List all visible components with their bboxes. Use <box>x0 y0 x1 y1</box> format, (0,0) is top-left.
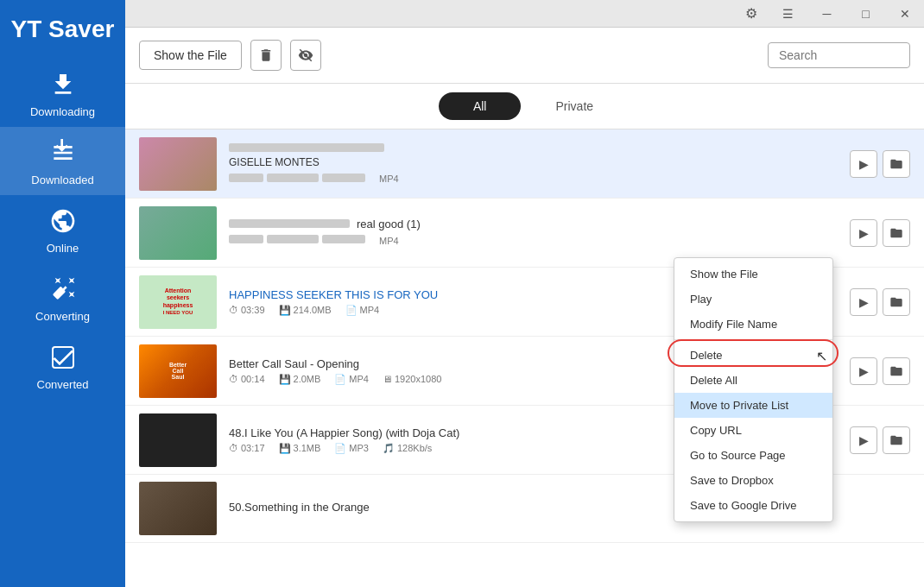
thumbnail: AttentionseekershappinessI NEED YOU <box>139 275 217 329</box>
play-button[interactable]: ▶ <box>850 288 877 316</box>
settings-button[interactable] <box>290 40 321 71</box>
meta-duration: ⏱03:39 <box>229 305 265 315</box>
thumbnail <box>139 137 217 191</box>
meta-duration: ⏱00:14 <box>229 374 265 384</box>
ctx-copy-url[interactable]: Copy URL <box>674 418 832 443</box>
sidebar-label-converting: Converting <box>35 310 90 323</box>
sidebar-label-converted: Converted <box>37 378 89 391</box>
sidebar-label-downloading: Downloading <box>30 105 95 118</box>
meta-blurred-2 <box>267 235 319 243</box>
download-icon <box>46 67 80 102</box>
item-meta: MP4 <box>229 172 841 186</box>
converting-icon <box>46 272 80 306</box>
sidebar-label-downloaded: Downloaded <box>31 174 93 186</box>
show-file-button[interactable]: Show the File <box>139 41 242 70</box>
ctx-save-dropbox[interactable]: Save to Dropbox <box>674 468 832 493</box>
item-title-suffix: real good (1) <box>357 218 421 230</box>
play-button[interactable]: ▶ <box>850 426 877 454</box>
gear-button[interactable]: ⚙ <box>737 0 765 28</box>
ctx-delete-all[interactable]: Delete All <box>674 368 832 393</box>
tab-all[interactable]: All <box>439 92 522 120</box>
tab-private[interactable]: Private <box>538 92 611 120</box>
item-author: GISELLE MONTES <box>229 156 841 168</box>
app-title: YT Saver <box>0 0 125 59</box>
meta-format: 📄MP4 <box>334 374 369 385</box>
item-info: real good (1) MP4 <box>229 218 841 248</box>
close-button[interactable]: ✕ <box>885 0 924 28</box>
ctx-show-file[interactable]: Show the File <box>674 262 832 287</box>
meta-blurred-2 <box>267 174 319 182</box>
meta-blurred <box>229 235 263 243</box>
item-actions: ▶ <box>850 288 910 316</box>
list-item: GISELLE MONTES MP4 ▶ <box>125 129 924 199</box>
main-content: ⚙ ☰ ─ □ ✕ Show the File All Private <box>125 0 924 587</box>
thumb-text: AttentionseekershappinessI NEED YOU <box>160 284 197 320</box>
meta-duration: ⏱03:17 <box>229 443 265 453</box>
context-menu: Show the File Play Modify File Name Dele… <box>674 257 833 522</box>
thumbnail <box>139 206 217 260</box>
menu-button[interactable]: ☰ <box>769 0 807 28</box>
search-input[interactable] <box>768 42 910 68</box>
meta-size: 💾2.0MB <box>279 374 321 385</box>
ctx-delete[interactable]: Delete <box>674 343 832 368</box>
item-actions: ▶ <box>850 426 910 454</box>
sidebar-item-downloading[interactable]: Downloading <box>0 59 125 127</box>
title-blurred <box>229 219 350 228</box>
ctx-modify-name[interactable]: Modify File Name <box>674 312 832 337</box>
item-format: MP4 <box>379 174 399 184</box>
folder-button[interactable] <box>883 288 910 316</box>
item-info: GISELLE MONTES MP4 <box>229 142 841 186</box>
ctx-save-gdrive[interactable]: Save to Google Drive <box>674 493 832 518</box>
meta-bitrate: 🎵128Kb/s <box>383 443 432 454</box>
item-actions: ▶ <box>850 357 910 385</box>
title-blurred <box>229 143 384 152</box>
sidebar-item-online[interactable]: Online <box>0 195 125 263</box>
thumb-text: BetterCallSaul <box>169 362 187 380</box>
content-list: GISELLE MONTES MP4 ▶ <box>125 129 924 587</box>
minimize-button[interactable]: ─ <box>807 0 846 28</box>
thumbnail <box>139 482 217 535</box>
sidebar-label-online: Online <box>47 242 79 255</box>
tabs-bar: All Private <box>125 84 924 129</box>
ctx-play[interactable]: Play <box>674 287 832 312</box>
meta-size: 💾3.1MB <box>279 443 321 454</box>
sidebar-item-converting[interactable]: Converting <box>0 263 125 331</box>
item-actions: ▶ <box>850 219 910 247</box>
meta-blurred-3 <box>322 174 365 182</box>
folder-button[interactable] <box>883 219 910 247</box>
sidebar: YT Saver Downloading Downloaded Online C… <box>0 0 125 587</box>
online-icon <box>46 204 80 238</box>
sidebar-item-downloaded[interactable]: Downloaded <box>0 127 125 195</box>
thumbnail <box>139 413 217 467</box>
downloaded-icon <box>46 136 80 170</box>
meta-blurred <box>229 174 263 182</box>
folder-button[interactable] <box>883 357 910 385</box>
item-meta: MP4 <box>229 233 841 248</box>
play-button[interactable]: ▶ <box>850 357 877 385</box>
folder-button[interactable] <box>883 150 910 178</box>
toolbar: Show the File <box>125 28 924 84</box>
ctx-goto-source[interactable]: Go to Source Page <box>674 443 832 468</box>
ctx-move-private[interactable]: Move to Private List <box>674 393 832 418</box>
meta-format: 📄MP4 <box>345 305 380 316</box>
item-format: MP4 <box>379 236 399 246</box>
meta-resolution: 🖥1920x1080 <box>383 374 441 384</box>
play-button[interactable]: ▶ <box>850 219 877 247</box>
title-bar: ⚙ ☰ ─ □ ✕ <box>125 0 924 28</box>
meta-size: 💾214.0MB <box>279 305 332 316</box>
play-button[interactable]: ▶ <box>850 150 877 178</box>
item-actions: ▶ <box>850 150 910 178</box>
meta-blurred-3 <box>322 235 365 243</box>
sidebar-item-converted[interactable]: Converted <box>0 331 125 400</box>
meta-format: 📄MP3 <box>334 443 369 454</box>
converted-icon <box>46 340 80 375</box>
svg-rect-0 <box>53 347 73 368</box>
thumbnail: BetterCallSaul <box>139 344 217 398</box>
ctx-divider <box>674 339 832 340</box>
folder-button[interactable] <box>883 426 910 454</box>
delete-button[interactable] <box>250 40 282 71</box>
maximize-button[interactable]: □ <box>846 0 885 28</box>
